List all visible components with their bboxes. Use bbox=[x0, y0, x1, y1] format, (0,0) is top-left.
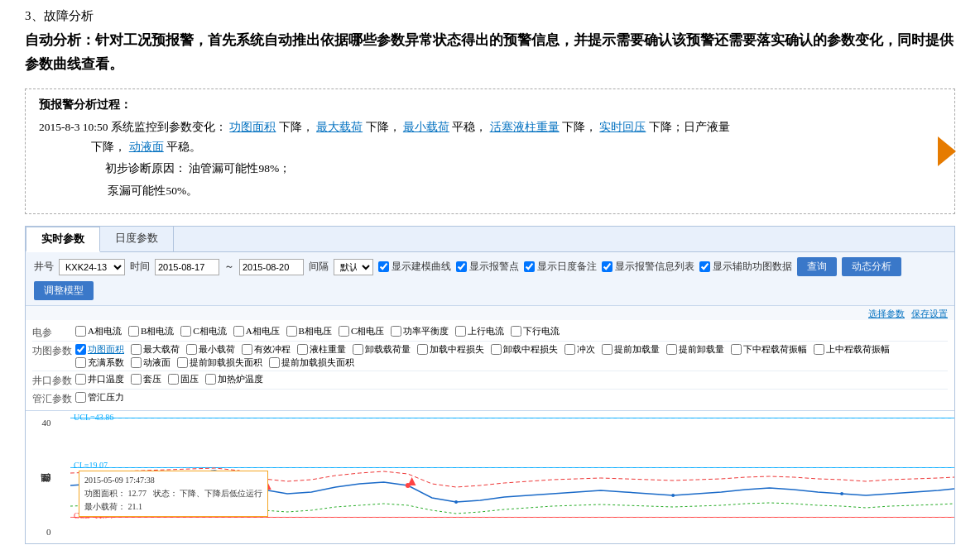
checkbox-aux-input[interactable] bbox=[699, 261, 710, 272]
well-select[interactable]: KXK24-13 bbox=[59, 259, 125, 275]
tab-panel: 实时参数 日度参数 井号 KXK24-13 时间 ～ 间隔 默认 显示建模曲线 … bbox=[25, 226, 955, 544]
checkbox-daily-label: 显示日度备注 bbox=[537, 260, 597, 274]
svg-point-10 bbox=[840, 492, 843, 495]
cb-advance-load[interactable]: 提前加载量 bbox=[602, 343, 660, 356]
checkbox-show-alarm-list[interactable]: 显示报警信息列表 bbox=[602, 260, 694, 274]
cb-up-current[interactable]: 上行电流 bbox=[455, 325, 504, 337]
select-params-link[interactable]: 选择参数 bbox=[868, 308, 905, 320]
param-label-manifold: 管汇参数 bbox=[32, 391, 75, 405]
cb-load-mid-loss[interactable]: 加载中程损失 bbox=[417, 343, 484, 356]
model-adjust-button[interactable]: 调整模型 bbox=[34, 281, 94, 300]
cb-unload-mid-loss[interactable]: 卸载中程损失 bbox=[491, 343, 558, 356]
cb-adv-unload-loss[interactable]: 提前卸载损失面积 bbox=[177, 356, 262, 369]
cb-liquid-weight[interactable]: 液柱重量 bbox=[297, 343, 346, 356]
tooltip-param1-label: 功图面积： bbox=[84, 489, 126, 498]
text-decline2: 下降， bbox=[366, 121, 401, 133]
save-settings-link[interactable]: 保存设置 bbox=[911, 308, 948, 320]
checkbox-show-daily[interactable]: 显示日度备注 bbox=[524, 260, 597, 274]
text-decline3: 下降， bbox=[562, 121, 597, 133]
checkbox-model-label: 显示建模曲线 bbox=[392, 260, 451, 274]
tooltip-status-label: 状态： bbox=[153, 489, 178, 498]
cb-adv-load-loss[interactable]: 提前加载损失面积 bbox=[269, 356, 354, 369]
cb-power-balance[interactable]: 功率平衡度 bbox=[391, 325, 449, 337]
text-stable2: 平稳。 bbox=[166, 141, 201, 153]
control-row: 井号 KXK24-13 时间 ～ 间隔 默认 显示建模曲线 显示报警点 显示 bbox=[26, 252, 954, 306]
checkbox-show-aux[interactable]: 显示辅助功图数据 bbox=[699, 260, 792, 274]
checkbox-alarm-label: 显示报警点 bbox=[469, 260, 519, 274]
param-header-row: 选择参数 保存设置 bbox=[26, 306, 954, 320]
cb-a-phase-current[interactable]: A相电流 bbox=[75, 325, 122, 337]
cb-wellhead-temp[interactable]: 井口温度 bbox=[75, 373, 124, 385]
cb-advance-unload[interactable]: 提前卸载量 bbox=[666, 343, 724, 356]
cb-gongtumianji[interactable]: 功图面积 bbox=[75, 343, 124, 356]
analysis-box-title: 预报警分析过程： bbox=[39, 98, 941, 112]
cb-fixed-pressure[interactable]: 固压 bbox=[168, 373, 199, 385]
text-stable1: 平稳， bbox=[452, 121, 487, 133]
chart-area: 功图面积 40 20 0 UCL=43.86 CL=19.07 CCL=11.7… bbox=[26, 411, 954, 543]
diagnosis-block: 初步诊断原因： 油管漏可能性98%； 泵漏可能性50%。 bbox=[39, 157, 941, 202]
cb-minload[interactable]: 最小载荷 bbox=[186, 343, 235, 356]
link-backpressure[interactable]: 实时回压 bbox=[599, 121, 646, 133]
diagnosis-label: 初步诊断原因： bbox=[105, 162, 186, 174]
cb-c-phase-current[interactable]: C相电流 bbox=[180, 325, 226, 337]
interval-select[interactable]: 默认 bbox=[334, 259, 373, 275]
chart-content: UCL=43.86 CL=19.07 CCL=11.74 bbox=[70, 411, 954, 543]
analysis-box: 预报警分析过程： 2015-8-3 10:50 系统监控到参数变化： 功图面积 … bbox=[25, 88, 955, 215]
cb-rush[interactable]: 冲次 bbox=[564, 343, 595, 356]
time-label: 时间 bbox=[130, 260, 150, 274]
checkbox-alarm-list-input[interactable] bbox=[602, 261, 612, 272]
cb-b-phase-voltage[interactable]: B相电压 bbox=[286, 325, 332, 337]
tab-realtime[interactable]: 实时参数 bbox=[26, 227, 100, 252]
checkbox-daily-input[interactable] bbox=[524, 261, 535, 272]
tooltip-date: 2015-05-09 17:47:38 bbox=[84, 474, 262, 487]
svg-point-6 bbox=[406, 483, 411, 488]
text-decline4: 下降， bbox=[91, 141, 126, 153]
link-maxload[interactable]: 最大载荷 bbox=[316, 121, 363, 133]
cb-fullness[interactable]: 充满系数 bbox=[75, 356, 124, 369]
checkbox-alarm-input[interactable] bbox=[456, 261, 467, 272]
funchart-checkboxes: 功图面积 最大载荷 最小载荷 有效冲程 液柱重量 卸载载荷量 加载中程损失 卸载… bbox=[75, 343, 890, 369]
checkbox-show-alarm[interactable]: 显示报警点 bbox=[456, 260, 519, 274]
cb-manifold-pressure[interactable]: 管汇压力 bbox=[75, 391, 124, 404]
date-start-input[interactable] bbox=[155, 259, 219, 275]
link-gongtumianji[interactable]: 功图面积 bbox=[229, 121, 276, 133]
checkbox-alarm-list-label: 显示报警信息列表 bbox=[615, 260, 694, 274]
link-dongjingmian[interactable]: 动液面 bbox=[129, 141, 164, 153]
checkbox-model-input[interactable] bbox=[378, 261, 389, 272]
chart-tooltip: 2015-05-09 17:47:38 功图面积： 12.77 状态： 下降、下… bbox=[79, 471, 268, 517]
analysis-box-content: 2015-8-3 10:50 系统监控到参数变化： 功图面积 下降， 最大载荷 … bbox=[39, 117, 941, 158]
page-container: 3、故障分析 自动分析：针对工况预报警，首先系统自动推出依据哪些参数异常状态得出… bbox=[0, 0, 980, 545]
cb-maxload[interactable]: 最大载荷 bbox=[131, 343, 180, 356]
cb-c-phase-voltage[interactable]: C相电压 bbox=[339, 325, 384, 337]
cb-unload-load[interactable]: 卸载载荷量 bbox=[353, 343, 411, 356]
cb-lower-amp[interactable]: 下中程载荷振幅 bbox=[731, 343, 807, 356]
dynamic-analysis-button[interactable]: 动态分析 bbox=[842, 257, 901, 276]
text-decline-production: 下降；日产液量 bbox=[649, 121, 730, 133]
tab-header: 实时参数 日度参数 bbox=[26, 227, 954, 252]
param-panel: 电参 A相电流 B相电流 C相电流 A相电压 B相电压 C相电压 功率平衡度 上… bbox=[26, 320, 954, 411]
link-minload[interactable]: 最小载荷 bbox=[403, 121, 449, 133]
checkbox-show-model[interactable]: 显示建模曲线 bbox=[378, 260, 451, 274]
svg-point-9 bbox=[671, 494, 675, 497]
cb-casing-pressure[interactable]: 套压 bbox=[131, 373, 161, 385]
section-title: 3、故障分析 bbox=[25, 8, 955, 24]
param-label-electrical: 电参 bbox=[32, 325, 75, 339]
wellhead-checkboxes: 井口温度 套压 固压 加热炉温度 bbox=[75, 373, 263, 385]
date-end-input[interactable] bbox=[239, 259, 304, 275]
cb-down-current[interactable]: 下行电流 bbox=[511, 325, 560, 337]
param-label-wellhead: 井口参数 bbox=[32, 373, 75, 387]
cb-heater-temp[interactable]: 加热炉温度 bbox=[205, 373, 263, 385]
link-piston-weight[interactable]: 活塞液柱重量 bbox=[490, 121, 560, 133]
y-tick-20: 20 bbox=[42, 472, 51, 482]
auto-analysis-label: 自动分析： bbox=[25, 32, 95, 48]
tooltip-status-value: 下降、下降后低位运行 bbox=[180, 489, 262, 498]
tooltip-param1: 功图面积： 12.77 状态： 下降、下降后低位运行 bbox=[84, 487, 262, 500]
diagnosis2: 泵漏可能性50%。 bbox=[108, 184, 198, 197]
tab-daily[interactable]: 日度参数 bbox=[100, 227, 174, 251]
cb-effective-stroke[interactable]: 有效冲程 bbox=[242, 343, 291, 356]
cb-upper-amp[interactable]: 上中程载荷振幅 bbox=[814, 343, 890, 356]
cb-b-phase-current[interactable]: B相电流 bbox=[128, 325, 174, 337]
cb-dongjingmian[interactable]: 动液面 bbox=[131, 356, 171, 369]
query-button[interactable]: 查询 bbox=[797, 257, 837, 276]
cb-a-phase-voltage[interactable]: A相电压 bbox=[233, 325, 280, 337]
